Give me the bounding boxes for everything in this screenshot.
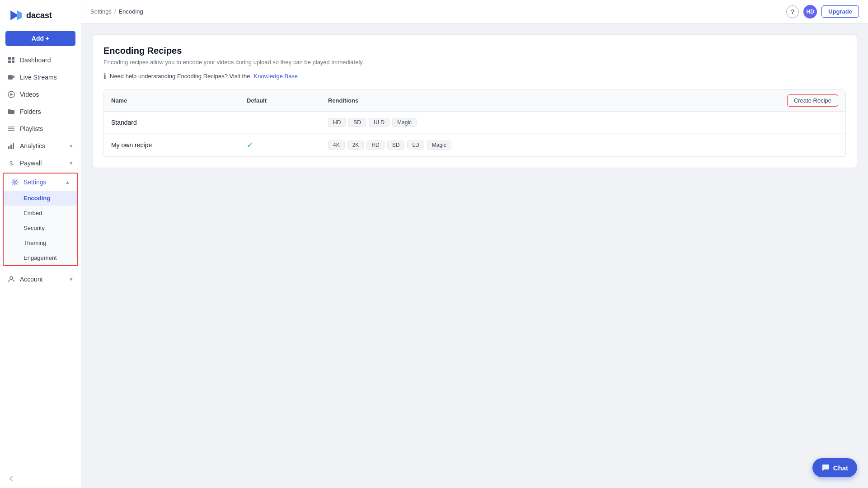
recipe-renditions-custom: 4K 2K HD SD LD Magic — [328, 141, 838, 150]
subnav-encoding[interactable]: Encoding — [4, 191, 77, 206]
subnav-security[interactable]: Security — [4, 221, 77, 235]
sidebar-collapse-button[interactable] — [0, 469, 81, 488]
logo: dacast — [0, 0, 81, 29]
encoding-card: Encoding Recipes Encoding recipes allow … — [92, 34, 857, 168]
col-renditions: Renditions — [328, 97, 787, 104]
list-icon — [7, 125, 15, 133]
sidebar-item-analytics[interactable]: Analytics ▼ — [0, 137, 81, 155]
sidebar-item-videos[interactable]: Videos — [0, 86, 81, 103]
svg-point-16 — [14, 181, 16, 183]
sidebar-item-videos-label: Videos — [20, 91, 39, 98]
recipe-name-custom: My own recipe — [111, 141, 247, 149]
page-subtitle: Encoding recipes allow you to encode you… — [103, 59, 846, 66]
gear-icon — [11, 178, 19, 186]
add-button[interactable]: Add + — [5, 31, 75, 46]
help-button[interactable]: ? — [786, 5, 799, 18]
topbar: Settings / Encoding ? HD Upgrade — [81, 0, 868, 23]
subnav-engagement[interactable]: Engagement — [4, 250, 77, 265]
svg-rect-6 — [8, 75, 13, 80]
page-title: Encoding Recipes — [103, 46, 846, 56]
svg-rect-12 — [8, 146, 9, 149]
rendition-tag: 2K — [347, 141, 364, 150]
video-icon — [7, 73, 15, 81]
sidebar-item-dashboard[interactable]: Dashboard — [0, 52, 81, 69]
sidebar-item-settings-label: Settings — [23, 178, 47, 186]
grid-icon — [7, 56, 15, 64]
svg-rect-3 — [12, 57, 14, 60]
sidebar-item-settings[interactable]: Settings ▲ — [4, 174, 77, 191]
chat-label: Chat — [833, 464, 848, 472]
sidebar-item-playlists-label: Playlists — [20, 125, 43, 132]
recipe-name-standard: Standard — [111, 119, 247, 126]
user-avatar[interactable]: HD — [803, 5, 817, 19]
account-chevron-icon: ▼ — [69, 277, 74, 282]
brand-name: dacast — [26, 11, 52, 20]
breadcrumb: Settings / Encoding — [90, 8, 143, 15]
col-default: Default — [247, 97, 328, 104]
recipe-renditions-standard: HD SD ULD Magic — [328, 118, 838, 127]
settings-subnav: Encoding Embed Security Theming Engageme… — [4, 191, 77, 265]
svg-rect-4 — [8, 61, 11, 63]
sidebar-item-dashboard-label: Dashboard — [20, 56, 51, 64]
folder-icon — [7, 108, 15, 116]
person-icon — [7, 275, 15, 283]
checkmark-icon: ✓ — [247, 141, 253, 150]
rendition-tag: Magic — [427, 141, 451, 150]
sidebar-item-paywall-label: Paywall — [20, 160, 42, 167]
rendition-tag: HD — [366, 141, 384, 150]
svg-rect-5 — [12, 61, 14, 63]
play-icon — [7, 90, 15, 99]
paywall-chevron-icon: ▼ — [69, 160, 74, 166]
sidebar-item-paywall[interactable]: $ Paywall ▼ — [0, 155, 81, 172]
knowledge-base-link[interactable]: Knowledge Base — [254, 73, 298, 80]
sidebar-item-folders-label: Folders — [20, 108, 41, 115]
sidebar-item-live-streams[interactable]: Live Streams — [0, 69, 81, 86]
svg-rect-14 — [13, 143, 14, 149]
breadcrumb-root[interactable]: Settings — [90, 8, 112, 15]
collapse-arrow-icon — [7, 474, 15, 483]
svg-point-17 — [10, 277, 13, 279]
rendition-tag: 4K — [328, 141, 345, 150]
rendition-tag: Magic — [392, 118, 417, 127]
subnav-embed[interactable]: Embed — [4, 206, 77, 221]
sidebar: dacast Add + Dashboard Live Streams Vide… — [0, 0, 81, 488]
recipe-default-custom: ✓ — [247, 140, 328, 150]
info-icon: ℹ — [103, 72, 106, 80]
analytics-chevron-icon: ▼ — [69, 143, 74, 149]
table-header: Name Default Renditions Create Recipe — [104, 90, 845, 112]
chat-icon — [821, 464, 830, 472]
svg-marker-8 — [10, 93, 13, 96]
dacast-logo — [7, 7, 23, 23]
rendition-tag: HD — [328, 118, 346, 127]
create-recipe-button[interactable]: Create Recipe — [787, 94, 838, 107]
rendition-tag: SD — [348, 118, 366, 127]
content-area: Encoding Recipes Encoding recipes allow … — [81, 23, 868, 488]
main-area: Settings / Encoding ? HD Upgrade Encodin… — [81, 0, 868, 488]
dollar-icon: $ — [7, 159, 15, 167]
bar-chart-icon — [7, 142, 15, 150]
sidebar-item-account-label: Account — [20, 276, 43, 283]
info-text: Need help understanding Encoding Recipes… — [110, 73, 250, 80]
sidebar-item-account[interactable]: Account ▼ — [0, 271, 81, 288]
rendition-tag: ULD — [369, 118, 389, 127]
table-row: My own recipe ✓ 4K 2K HD SD LD Magic — [104, 134, 845, 156]
settings-chevron-icon: ▲ — [65, 179, 70, 185]
info-row: ℹ Need help understanding Encoding Recip… — [103, 72, 846, 80]
upgrade-button[interactable]: Upgrade — [821, 5, 859, 18]
rendition-tag: SD — [387, 141, 405, 150]
subnav-theming[interactable]: Theming — [4, 235, 77, 250]
svg-marker-1 — [17, 10, 22, 20]
sidebar-item-live-streams-label: Live Streams — [20, 74, 57, 81]
table-row: Standard HD SD ULD Magic — [104, 112, 845, 134]
sidebar-item-playlists[interactable]: Playlists — [0, 120, 81, 137]
chat-button[interactable]: Chat — [812, 458, 857, 477]
svg-rect-13 — [10, 145, 12, 149]
breadcrumb-separator: / — [114, 8, 116, 15]
topbar-actions: ? HD Upgrade — [786, 5, 859, 19]
breadcrumb-current: Encoding — [119, 8, 143, 15]
svg-text:$: $ — [9, 160, 13, 167]
svg-rect-2 — [8, 57, 11, 60]
recipes-table: Name Default Renditions Create Recipe St… — [103, 89, 846, 157]
sidebar-item-folders[interactable]: Folders — [0, 103, 81, 120]
sidebar-item-analytics-label: Analytics — [20, 142, 45, 150]
